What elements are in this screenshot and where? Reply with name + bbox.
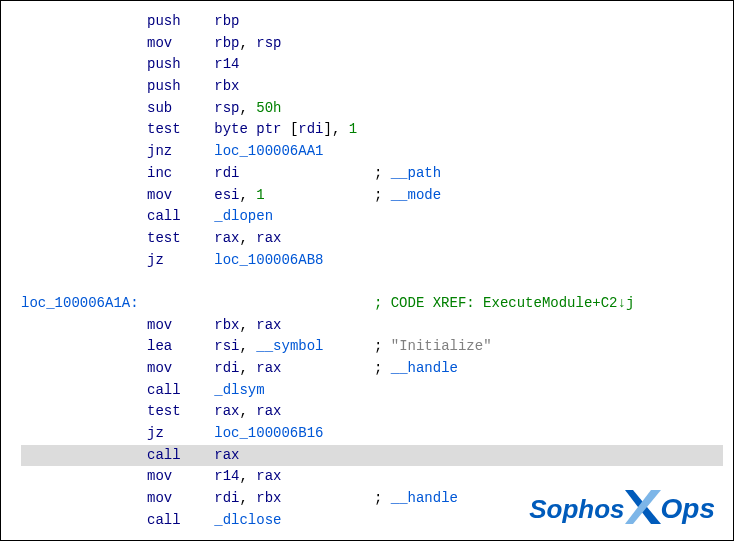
asm-operand: rax (214, 447, 239, 463)
asm-mnemonic: push (147, 13, 214, 29)
asm-comment: ; (374, 360, 391, 376)
logo-text-ops: Ops (661, 493, 715, 525)
asm-comment-text: "Initialize" (391, 338, 492, 354)
asm-mnemonic: jz (147, 252, 214, 268)
asm-instruction-line: inc rdi ; __path (21, 163, 723, 185)
asm-mnemonic: test (147, 230, 214, 246)
asm-comment-text: __handle (391, 490, 458, 506)
asm-instruction-line: lea rsi, __symbol ; "Initialize" (21, 336, 723, 358)
asm-operand: r14 (214, 468, 239, 484)
asm-operand: rax (214, 230, 239, 246)
asm-operand: loc_100006AB8 (214, 252, 323, 268)
asm-instruction-line: jnz loc_100006AA1 (21, 141, 723, 163)
asm-mnemonic: mov (147, 35, 214, 51)
asm-operand: , (239, 403, 256, 419)
asm-operand: , (239, 490, 256, 506)
asm-operand: esi (214, 187, 239, 203)
asm-operand: __symbol (256, 338, 323, 354)
asm-instruction-line: call _dlsym (21, 380, 723, 402)
asm-mnemonic: push (147, 78, 214, 94)
asm-operand: rsi (214, 338, 239, 354)
asm-instruction-line: test rax, rax (21, 228, 723, 250)
disassembly-listing: push rbp mov rbp, rsp push r14 push rbx … (1, 1, 733, 541)
asm-instruction-line: jz loc_100006B16 (21, 423, 723, 445)
xops-x-icon (625, 490, 661, 528)
asm-operand: rax (256, 468, 281, 484)
asm-comment: ; (374, 338, 391, 354)
logo-text-sophos: Sophos (529, 494, 624, 525)
asm-operand: , (239, 35, 256, 51)
asm-operand: rsp (214, 100, 239, 116)
asm-operand: rbx (214, 317, 239, 333)
asm-operand: rbp (214, 13, 239, 29)
asm-operand: , (239, 360, 256, 376)
asm-instruction-line: push rbx (21, 76, 723, 98)
asm-instruction-line: push rbp (21, 11, 723, 33)
asm-operand: _dlopen (214, 208, 273, 224)
asm-comment-text: __handle (391, 360, 458, 376)
asm-instruction-line: sub rsp, 50h (21, 98, 723, 120)
asm-operand: rax (256, 230, 281, 246)
asm-operand: 1 (256, 187, 264, 203)
asm-operand: _dlclose (214, 512, 281, 528)
asm-operand: 1 (349, 121, 357, 137)
asm-instruction-line: mov rbx, rax (21, 315, 723, 337)
asm-mnemonic: call (147, 382, 214, 398)
asm-operand: loc_100006B16 (214, 425, 323, 441)
asm-operand: rdi (214, 360, 239, 376)
asm-mnemonic: jnz (147, 143, 214, 159)
asm-instruction-line: mov rdi, rax ; __handle (21, 358, 723, 380)
asm-mnemonic: mov (147, 490, 214, 506)
asm-operand: , (239, 317, 256, 333)
asm-operand: , (239, 230, 256, 246)
asm-operand: rdi (214, 165, 239, 181)
asm-comment: ; (374, 187, 391, 203)
asm-operand: ], (324, 121, 349, 137)
asm-operand: rbx (214, 78, 239, 94)
asm-operand: rax (256, 360, 281, 376)
asm-xref-comment: ; CODE XREF: ExecuteModule+C2↓j (374, 295, 634, 311)
asm-operand: 50h (256, 100, 281, 116)
asm-operand: rax (256, 317, 281, 333)
asm-blank-line (21, 271, 723, 293)
asm-mnemonic: mov (147, 360, 214, 376)
asm-operand: , (239, 100, 256, 116)
asm-mnemonic: jz (147, 425, 214, 441)
asm-instruction-line: jz loc_100006AB8 (21, 250, 723, 272)
asm-mnemonic: push (147, 56, 214, 72)
asm-operand: , (239, 468, 256, 484)
asm-mnemonic: lea (147, 338, 214, 354)
asm-operand: rsp (256, 35, 281, 51)
asm-operand: rax (256, 403, 281, 419)
asm-operand: rbp (214, 35, 239, 51)
asm-mnemonic: test (147, 121, 214, 137)
asm-mnemonic: call (147, 512, 214, 528)
asm-operand: loc_100006AA1 (214, 143, 323, 159)
asm-operand: _dlsym (214, 382, 264, 398)
asm-comment: ; (374, 490, 391, 506)
asm-comment-text: __path (391, 165, 441, 181)
asm-instruction-line: mov rbp, rsp (21, 33, 723, 55)
sophos-xops-logo: Sophos Ops (529, 490, 715, 528)
asm-instruction-line: mov r14, rax (21, 466, 723, 488)
asm-mnemonic: test (147, 403, 214, 419)
asm-mnemonic: inc (147, 165, 214, 181)
asm-instruction-line: test rax, rax (21, 401, 723, 423)
asm-instruction-line: mov esi, 1 ; __mode (21, 185, 723, 207)
asm-label: loc_100006A1A: (21, 295, 139, 311)
asm-mnemonic: mov (147, 468, 214, 484)
asm-operand: rax (214, 403, 239, 419)
asm-mnemonic: call (147, 208, 214, 224)
asm-mnemonic: call (147, 447, 214, 463)
asm-instruction-line: call _dlopen (21, 206, 723, 228)
asm-operand: , (239, 187, 256, 203)
asm-label-line: loc_100006A1A: ; CODE XREF: ExecuteModul… (21, 293, 723, 315)
asm-mnemonic: mov (147, 317, 214, 333)
asm-instruction-line: call rax (21, 445, 723, 467)
asm-mnemonic: mov (147, 187, 214, 203)
asm-operand: rdi (298, 121, 323, 137)
asm-instruction-line: push r14 (21, 54, 723, 76)
asm-comment-text: __mode (391, 187, 441, 203)
asm-operand: , (239, 338, 256, 354)
asm-mnemonic: sub (147, 100, 214, 116)
